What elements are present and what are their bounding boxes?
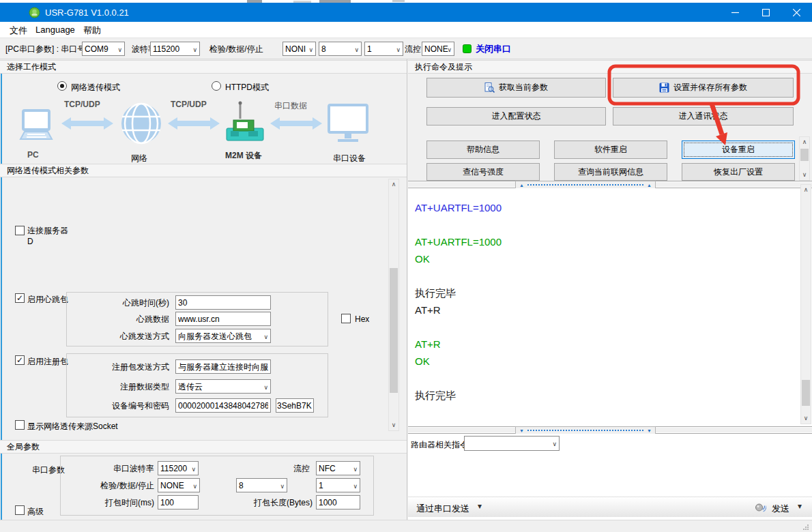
send-input-area[interactable] [408, 453, 812, 497]
maximize-button[interactable] [751, 3, 781, 22]
query-signal-button[interactable]: 查信号强度 [426, 163, 540, 181]
splitter-dots [527, 184, 643, 186]
arrow-m2m-serial-icon [270, 117, 322, 130]
radio-httpd-label[interactable]: HTTPD模式 [225, 82, 269, 93]
triangle-down-icon: ▼ [647, 428, 652, 433]
speaker-icon [755, 502, 766, 513]
pc-serial-label: [PC串口参数] : 串口号 [5, 44, 85, 55]
window-title: USR-G781 V1.0.0.21 [45, 8, 129, 18]
send-via-serial-button[interactable]: 通过串口发送 [416, 503, 469, 515]
reg-type-select[interactable]: 透传云 [175, 379, 271, 394]
commands-section: 执行命令及提示 获取当前参数 设置并保存所有参数 进入配置状态 进入通讯状态 帮… [408, 60, 812, 181]
g-databits-select[interactable]: 8 [236, 478, 287, 492]
chevron-down-icon[interactable]: ▾ [798, 501, 802, 511]
help-info-button[interactable]: 帮助信息 [426, 141, 540, 159]
scroll-down-icon[interactable]: ∨ [800, 170, 809, 180]
log-scrollbar[interactable]: ∧ ∨ [800, 184, 811, 424]
arrow-network-m2m-icon [168, 117, 220, 130]
router-cmd-select[interactable] [464, 436, 560, 451]
triangle-up-icon: ▲ [519, 183, 524, 188]
panel-divider [407, 59, 407, 520]
scroll-down-icon[interactable]: ∨ [389, 420, 398, 430]
menu-help[interactable]: 帮助 [83, 25, 101, 37]
scroll-down-icon[interactable]: ∨ [801, 413, 811, 424]
stopbits-select[interactable]: 1 [364, 42, 403, 56]
enable-reg-label: 启用注册包 [27, 356, 68, 368]
pc-caption: PC [27, 150, 39, 160]
scroll-up-icon[interactable]: ∧ [389, 179, 398, 190]
net-params-scrollbar[interactable]: ∧ ∨ [388, 179, 399, 431]
show-socket-checkbox[interactable] [15, 420, 25, 430]
dev-restart-button[interactable]: 设备重启 [682, 141, 795, 159]
reg-mode-select[interactable]: 与服务器建立连接时向服 [175, 359, 271, 374]
g-parity-select[interactable]: NONE [158, 478, 200, 492]
scroll-up-icon[interactable]: ∧ [800, 137, 809, 147]
connect-server-checkbox[interactable] [15, 226, 25, 235]
parity-select[interactable]: NONI [282, 42, 316, 56]
minimize-button[interactable] [720, 3, 751, 22]
scrollbar-thumb[interactable] [802, 380, 810, 406]
hb-time-input[interactable] [175, 295, 271, 310]
log-section: ▲ ▲ AT+UARTFL=1000AT+UARTFL=1000OK执行完毕AT… [408, 181, 812, 434]
flow-select[interactable]: NONE [422, 42, 454, 56]
sw-restart-button[interactable]: 软件重启 [554, 141, 667, 159]
g-baud-select[interactable]: 115200 [158, 461, 199, 475]
flow-label: 流控 [405, 44, 421, 55]
g-flow-select[interactable]: NFC [316, 461, 360, 475]
scroll-up-icon[interactable]: ∧ [801, 185, 811, 195]
show-socket-label: 显示网络透传来源Socket [27, 421, 118, 432]
com-port-select[interactable]: COM9 [82, 42, 125, 56]
log-output[interactable]: AT+UARTFL=1000AT+UARTFL=1000OK执行完毕AT+RAT… [408, 188, 812, 426]
enter-config-button[interactable]: 进入配置状态 [426, 107, 606, 125]
radio-httpd-mode[interactable] [212, 81, 221, 91]
baud-select[interactable]: 115200 [150, 42, 200, 56]
hb-mode-select[interactable]: 向服务器发送心跳包 [175, 329, 271, 343]
advanced-checkbox[interactable] [15, 505, 25, 515]
scrollbar-thumb[interactable] [800, 149, 809, 161]
tcp-udp-label-2: TCP/UDP [171, 100, 207, 109]
enable-reg-checkbox[interactable] [15, 355, 25, 365]
databits-select[interactable]: 8 [319, 42, 362, 56]
advanced-label: 高级 [27, 506, 44, 518]
commands-scrollbar[interactable]: ∧ ∨ [799, 136, 810, 181]
menu-file[interactable]: 文件 [10, 25, 27, 37]
close-port-button[interactable]: 关闭串口 [476, 43, 511, 55]
g-stopbits-select[interactable]: 1 [316, 478, 360, 492]
log-splitter-top: ▲ ▲ [408, 181, 812, 188]
send-section: 路由器相关指令 通过串口发送 ▾ 发送 ▾ [408, 434, 812, 520]
query-net-button[interactable]: 查询当前联网信息 [554, 163, 667, 181]
send-button[interactable]: 发送 [772, 503, 789, 515]
radio-transparent-mode[interactable] [57, 81, 67, 91]
network-caption: 网络 [131, 153, 147, 164]
radio-transparent-label[interactable]: 网络透传模式 [71, 82, 120, 93]
pack-time-input[interactable] [158, 495, 199, 509]
resize-grip-icon[interactable] [802, 524, 809, 531]
serial-device-icon [326, 104, 370, 143]
scrollbar-thumb[interactable] [390, 268, 398, 393]
chevron-down-icon[interactable]: ▾ [478, 501, 482, 511]
pc-icon [16, 109, 56, 146]
factory-reset-button[interactable]: 恢复出厂设置 [682, 163, 795, 181]
reg-type-label: 注册数据类型 [67, 381, 169, 393]
heartbeat-groupbox: 心跳时间(秒) 心跳数据 心跳发送方式 向服务器发送心跳包 [66, 292, 328, 346]
doc-magnifier-icon [484, 83, 495, 93]
dev-pwd-input[interactable] [276, 398, 314, 413]
g-flow-label: 流控 [269, 463, 310, 475]
save-params-button[interactable]: 设置并保存所有参数 [613, 78, 794, 98]
router-cmd-label: 路由器相关指令 [411, 439, 468, 451]
enable-heartbeat-checkbox[interactable] [15, 293, 25, 303]
menu-language[interactable]: Language [35, 25, 75, 35]
hb-data-input[interactable] [175, 312, 271, 326]
hex-checkbox[interactable] [341, 314, 351, 323]
close-icon [793, 9, 800, 16]
app-window: USR-G781 V1.0.0.21 文件 Language 帮助 [PC串口参… [0, 0, 812, 532]
get-params-button[interactable]: 获取当前参数 [426, 78, 606, 98]
serial-device-caption: 串口设备 [333, 153, 366, 164]
pack-len-input[interactable] [316, 495, 360, 509]
enter-comm-button[interactable]: 进入通讯状态 [613, 107, 794, 125]
dev-id-input[interactable] [175, 398, 271, 413]
network-globe-icon [120, 102, 162, 145]
reg-groupbox: 注册包发送方式 与服务器建立连接时向服 注册数据类型 透传云 设备编号和密码 [66, 353, 328, 417]
reg-mode-label: 注册包发送方式 [67, 361, 169, 373]
close-button[interactable] [781, 3, 812, 22]
